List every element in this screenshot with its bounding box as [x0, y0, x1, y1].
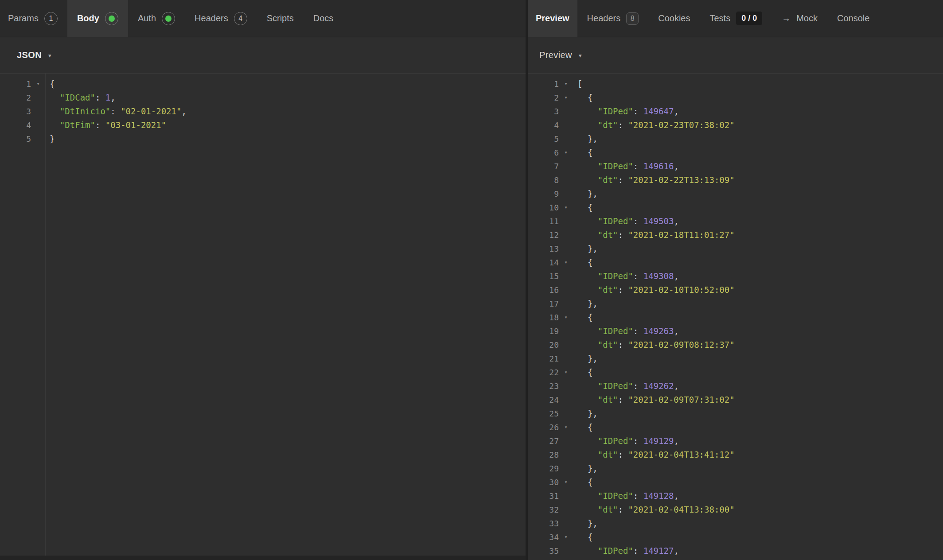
line-number: 1	[0, 77, 31, 91]
code-line: 11 "IDPed": 149503,	[528, 214, 943, 228]
tab-docs[interactable]: Docs	[304, 0, 343, 37]
fold-gutter	[559, 489, 573, 503]
line-number: 5	[528, 132, 559, 146]
tab-response-headers[interactable]: Headers 8	[577, 0, 649, 37]
code-text: "dt": "2021-02-22T13:13:09"	[573, 173, 735, 187]
params-count-badge: 1	[44, 12, 58, 25]
fold-gutter	[559, 434, 573, 448]
response-preview-viewer[interactable]: 1▾[2▾ {3 "IDPed": 149647,4 "dt": "2021-0…	[528, 74, 943, 559]
code-line: 16 "dt": "2021-02-10T10:52:00"	[528, 283, 943, 297]
line-number: 3	[528, 105, 559, 118]
line-number: 35	[528, 544, 559, 558]
fold-toggle-icon[interactable]: ▾	[559, 256, 573, 269]
code-text: "IDPed": 149128,	[573, 489, 679, 503]
tab-request-headers[interactable]: Headers 4	[185, 0, 257, 37]
tab-params-label: Params	[8, 13, 39, 23]
line-number: 4	[528, 118, 559, 132]
code-line: 13 },	[528, 242, 943, 256]
tab-auth[interactable]: Auth	[128, 0, 185, 37]
code-line: 29 },	[528, 462, 943, 475]
fold-gutter	[559, 242, 573, 256]
fold-gutter	[559, 283, 573, 297]
fold-gutter	[559, 228, 573, 242]
preview-mode-dropdown[interactable]: Preview ▾	[539, 50, 581, 60]
fold-gutter	[559, 407, 573, 420]
tab-mock[interactable]: → Mock	[772, 0, 827, 37]
horizontal-scrollbar[interactable]	[0, 556, 526, 560]
code-text: },	[573, 297, 598, 311]
fold-toggle-icon[interactable]: ▾	[559, 475, 573, 489]
code-text: "IDPed": 149129,	[573, 434, 679, 448]
tab-docs-label: Docs	[313, 13, 334, 23]
green-status-dot-icon	[165, 16, 171, 22]
code-line: 5 },	[528, 132, 943, 146]
fold-gutter	[559, 159, 573, 173]
fold-toggle-icon[interactable]: ▾	[559, 530, 573, 544]
tab-body[interactable]: Body	[67, 0, 128, 37]
body-status-badge	[105, 12, 118, 25]
code-text: "IDCad": 1,	[45, 91, 116, 105]
fold-gutter	[559, 187, 573, 201]
code-line: 15 "IDPed": 149308,	[528, 269, 943, 283]
body-type-label: JSON	[17, 50, 42, 60]
tab-console[interactable]: Console	[827, 0, 879, 37]
line-number: 36	[528, 558, 559, 559]
request-body-editor[interactable]: 1▾{2 "IDCad": 1,3 "DtInicio": "02-01-202…	[0, 74, 526, 559]
fold-gutter	[31, 132, 45, 146]
code-text: "IDPed": 149503,	[573, 214, 679, 228]
fold-toggle-icon[interactable]: ▾	[31, 77, 45, 91]
chevron-down-icon: ▾	[579, 52, 582, 59]
line-number: 34	[528, 530, 559, 544]
fold-toggle-icon[interactable]: ▾	[559, 420, 573, 434]
tab-cookies-label: Cookies	[658, 13, 690, 23]
tab-headers-label: Headers	[195, 13, 228, 23]
tab-cookies[interactable]: Cookies	[648, 0, 700, 37]
line-number: 24	[528, 393, 559, 407]
code-line: 9 },	[528, 187, 943, 201]
code-line: 24 "dt": "2021-02-09T07:31:02"	[528, 393, 943, 407]
line-number: 6	[528, 146, 559, 159]
rest-client-workspace: Params 1 Body Auth Headers 4 Scripts Doc…	[0, 0, 943, 560]
tab-params[interactable]: Params 1	[0, 0, 67, 37]
fold-gutter	[31, 91, 45, 105]
body-type-dropdown[interactable]: JSON ▾	[17, 50, 51, 60]
line-number: 19	[528, 324, 559, 338]
tab-preview[interactable]: Preview	[528, 0, 577, 37]
fold-toggle-icon[interactable]: ▾	[559, 91, 573, 105]
fold-toggle-icon[interactable]: ▾	[559, 311, 573, 324]
code-line: 3 "DtInicio": "02-01-2021",	[0, 105, 526, 118]
line-number: 32	[528, 503, 559, 517]
fold-gutter	[559, 132, 573, 146]
code-line: 6▾ {	[528, 146, 943, 159]
fold-toggle-icon[interactable]: ▾	[559, 201, 573, 214]
tab-tests-label: Tests	[709, 13, 730, 23]
fold-gutter	[559, 214, 573, 228]
code-text: "IDPed": 149308,	[573, 269, 679, 283]
tab-scripts[interactable]: Scripts	[257, 0, 304, 37]
code-text: {	[573, 256, 592, 269]
line-number: 4	[0, 118, 31, 132]
code-text: },	[573, 352, 598, 366]
code-text: },	[573, 462, 598, 475]
line-number: 22	[528, 366, 559, 379]
code-line: 2▾ {	[528, 91, 943, 105]
code-line: 34▾ {	[528, 530, 943, 544]
fold-gutter	[31, 105, 45, 118]
code-line: 14▾ {	[528, 256, 943, 269]
fold-toggle-icon[interactable]: ▾	[559, 366, 573, 379]
code-text: "DtFim": "03-01-2021"	[45, 118, 166, 132]
fold-toggle-icon[interactable]: ▾	[559, 146, 573, 159]
line-number: 15	[528, 269, 559, 283]
code-line: 1▾{	[0, 77, 526, 91]
line-number: 31	[528, 489, 559, 503]
tab-tests[interactable]: Tests 0 / 0	[700, 0, 772, 37]
line-number: 2	[0, 91, 31, 105]
fold-toggle-icon[interactable]: ▾	[559, 77, 573, 91]
code-text: "dt": "2021-02-04T13:41:12"	[573, 448, 735, 462]
arrow-right-icon: →	[782, 13, 791, 23]
line-number: 18	[528, 311, 559, 324]
code-text: "dt": "2021-02-09T07:31:02"	[573, 393, 735, 407]
code-text: "dt": "2021-02-04T13:38:00"	[573, 503, 735, 517]
code-text: {	[573, 311, 592, 324]
line-number: 14	[528, 256, 559, 269]
